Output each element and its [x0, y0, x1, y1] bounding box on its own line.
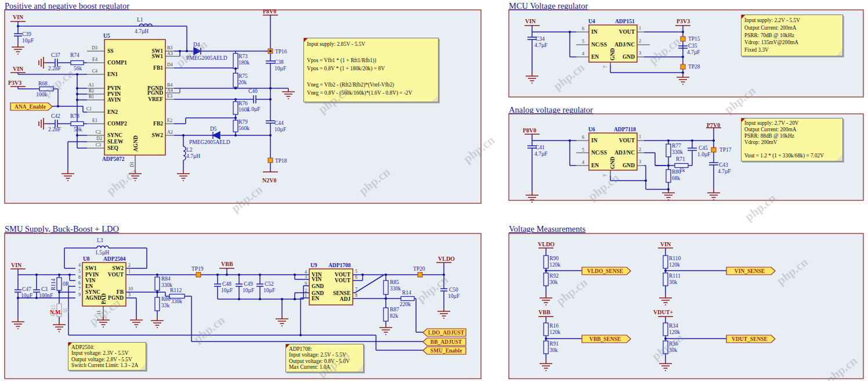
ref-designator: C43 [719, 162, 728, 168]
value-label: 2.2nF [48, 66, 61, 71]
sheet-entry-label: VLDO_SENSE [587, 268, 623, 274]
pin-name: EN [85, 283, 93, 289]
pin-number: 9 [78, 292, 81, 297]
value-label: 330k [171, 299, 182, 304]
ref-designator: C41 [536, 145, 545, 150]
value-label: 68k [672, 175, 681, 181]
ref-designator: TP28 [688, 64, 700, 70]
value-label: 56k [74, 127, 82, 132]
pin-name: FB2 [153, 121, 163, 127]
pin-name: SLEW [107, 139, 124, 145]
ref-designator: TP17 [719, 147, 732, 153]
ref-designator: R112 [170, 287, 182, 293]
ref-designator: R73 [238, 53, 248, 59]
net-label: P3V3 [677, 18, 690, 24]
pin-number: 2 [128, 263, 131, 268]
net-label: VBB [221, 261, 233, 267]
pin-name: EN [591, 163, 599, 168]
ic-label: ADP1708 [328, 263, 351, 268]
pin-name: SW1 [151, 53, 163, 59]
pin-name: EN2 [107, 109, 118, 115]
ic-label: U9 [310, 263, 317, 268]
pin-name: VOUT [335, 278, 351, 283]
note-line: PSRR: 70dB @ 10kHz [744, 32, 840, 39]
pin-name: GND [610, 157, 616, 169]
ic-label: U8 [83, 256, 90, 262]
ref-designator: TP18 [275, 158, 287, 164]
sheet-entry-VDUT_SENSE: VDUT_SENSE [726, 335, 775, 343]
note-line [307, 73, 435, 81]
pin-number: D3 [92, 45, 97, 51]
pin-name: EN [591, 54, 599, 60]
pin-number: 7 [78, 286, 81, 292]
value-label: PMEG2005AELD [186, 55, 227, 61]
pin-name: FB [117, 289, 124, 295]
ic-label: ADP7118 [614, 127, 636, 132]
ref-designator: L2 [186, 147, 193, 153]
not-mounted-label: N.M. [50, 310, 62, 315]
pin-name: VREF [148, 96, 163, 102]
pin-number: 5 [78, 269, 81, 274]
ref-designator: D4 [193, 42, 200, 48]
value-label: 82k [390, 313, 399, 319]
sheet-entry-VLDO_SENSE: VLDO_SENSE [582, 267, 631, 275]
sheet-entry-LDO_ADJUST: LDO_ADJUST [423, 329, 466, 336]
ref-designator: R34 [669, 323, 678, 329]
note: Input supply: 2.2V - 5.5VOutput Current:… [741, 15, 843, 56]
note-line: Input supply: 2.7V - 20V [744, 120, 840, 127]
pin-number: D1 [129, 161, 135, 167]
pin-name: VIN [85, 278, 96, 283]
ref-designator: R114 [50, 279, 56, 290]
pin-number: 6 [582, 135, 584, 140]
pin-number: 6 [582, 26, 584, 31]
pin-number: 1 [639, 26, 641, 31]
pin-number: 5 [582, 148, 584, 153]
net-label: P8V0 [523, 127, 536, 134]
pin-name: PVIN [107, 91, 121, 97]
pin-number: 10 [128, 286, 133, 292]
pin-number: B3 [167, 45, 172, 51]
pin-number: 6 [78, 281, 81, 286]
value-label: 4.7µF [534, 42, 548, 48]
pin-number: 6 [355, 275, 357, 280]
pin-name: SENSE [333, 290, 350, 296]
pin-name: SW1 [85, 265, 97, 271]
note: ADP2504:Input voltage: 2.3V - 5.5VOutput… [68, 342, 146, 371]
ref-designator: C49 [244, 281, 253, 287]
value-label: 120k [669, 262, 680, 268]
pin-number: 2 [305, 288, 307, 293]
pin-number: 4 [582, 51, 584, 56]
pin-number: D4 [167, 62, 173, 67]
net-label: P3V3 [8, 80, 21, 86]
ref-designator: TP19 [191, 266, 204, 272]
sheet-entry-label: BB_ADJUST [431, 339, 462, 345]
ref-designator: R92 [549, 273, 559, 279]
net-label: P8V0 [263, 8, 276, 15]
sheet-entry-label: VIN_SENSE [735, 268, 765, 274]
ref-designator: R111 [669, 273, 681, 279]
ref-designator: R77 [672, 143, 681, 149]
note-line: Input supply: 2.2V - 5.5V [744, 17, 840, 24]
ref-designator: R87 [390, 307, 399, 312]
ref-designator: C47 [22, 286, 31, 292]
value-label: 4.7µH [186, 153, 200, 159]
pin-name: GND [312, 283, 324, 289]
pin-number: C1 [86, 106, 92, 112]
pin-number: 3 [305, 274, 307, 279]
pin-name: GND [623, 54, 635, 60]
pin-number: 3 [128, 292, 131, 297]
value-label: 100nF [39, 293, 53, 299]
ic-label: U6 [588, 127, 595, 132]
value-label: 180k [238, 60, 249, 66]
pin-name: COMP1 [107, 60, 127, 66]
ref-designator: L1 [137, 17, 143, 23]
pin-number: 9 [305, 281, 307, 286]
pin-number: 8 [78, 275, 81, 280]
ref-designator: C52 [265, 281, 274, 287]
ref-designator: R84 [161, 276, 171, 282]
value-label: 10µF [274, 66, 286, 71]
ref-designator: R110 [669, 256, 681, 261]
net-label: VLDO [438, 256, 455, 262]
pin-name: VIN [312, 276, 322, 282]
ref-designator: R86 [161, 296, 171, 302]
